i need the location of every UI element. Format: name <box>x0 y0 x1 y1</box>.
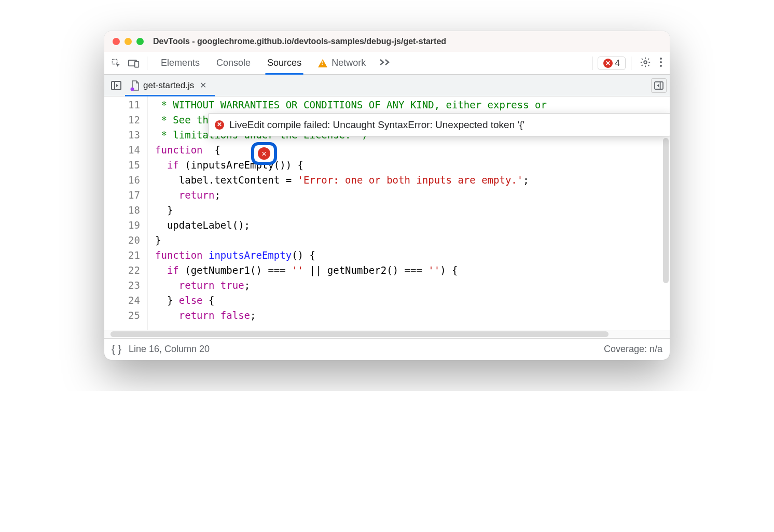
svg-point-3 <box>644 61 647 64</box>
coverage-status: Coverage: n/a <box>604 344 662 355</box>
file-tab-bar: get-started.js ✕ <box>104 75 670 96</box>
file-tab-name: get-started.js <box>143 80 194 91</box>
traffic-lights <box>113 38 144 45</box>
error-icon: ✕ <box>603 59 613 68</box>
horizontal-scrollbar-track[interactable] <box>104 330 670 338</box>
tooltip-message: LiveEdit compile failed: Uncaught Syntax… <box>229 117 524 132</box>
error-tooltip: ✕ LiveEdit compile failed: Uncaught Synt… <box>208 113 670 136</box>
svg-point-4 <box>660 58 662 60</box>
error-icon: ✕ <box>258 147 270 160</box>
error-marker-highlight: ✕ <box>251 142 277 165</box>
cursor-position: Line 16, Column 20 <box>129 344 210 355</box>
code-editor[interactable]: 111213141516171819202122232425 * WITHOUT… <box>104 96 670 330</box>
main-toolbar: Elements Console Sources Network ✕ 4 <box>104 52 670 75</box>
tab-console[interactable]: Console <box>208 52 259 74</box>
status-bar: { } Line 16, Column 20 Coverage: n/a <box>104 338 670 360</box>
warning-icon <box>318 59 327 67</box>
error-count-badge[interactable]: ✕ 4 <box>598 57 626 70</box>
show-navigator-button[interactable] <box>107 75 125 96</box>
minimize-window-button[interactable] <box>125 38 132 45</box>
file-tab-get-started-js[interactable]: get-started.js ✕ <box>125 75 215 96</box>
error-count: 4 <box>615 58 620 68</box>
svg-point-6 <box>660 65 662 67</box>
vertical-scrollbar[interactable] <box>663 138 669 283</box>
tab-sources[interactable]: Sources <box>259 52 310 74</box>
svg-point-5 <box>660 61 662 63</box>
close-tab-button[interactable]: ✕ <box>198 80 209 90</box>
show-debugger-button[interactable] <box>651 78 667 93</box>
pretty-print-button[interactable]: { } <box>112 343 121 355</box>
line-gutter: 111213141516171819202122232425 <box>104 96 148 330</box>
error-icon: ✕ <box>215 120 224 130</box>
more-tabs-button[interactable] <box>376 57 394 69</box>
js-file-icon <box>131 80 140 91</box>
svg-rect-2 <box>135 61 139 67</box>
svg-point-9 <box>131 87 134 91</box>
horizontal-scrollbar-thumb[interactable] <box>110 331 609 337</box>
maximize-window-button[interactable] <box>136 38 144 45</box>
titlebar: DevTools - googlechrome.github.io/devtoo… <box>104 31 670 52</box>
more-options-button[interactable] <box>656 57 666 69</box>
window-title: DevTools - googlechrome.github.io/devtoo… <box>153 37 446 46</box>
settings-button[interactable] <box>637 57 654 70</box>
close-window-button[interactable] <box>113 38 120 45</box>
devtools-window: DevTools - googlechrome.github.io/devtoo… <box>104 31 670 360</box>
device-toolbar-icon[interactable] <box>126 55 142 71</box>
tab-elements[interactable]: Elements <box>153 52 208 74</box>
panel-tabs: Elements Console Sources Network <box>153 52 374 74</box>
tab-network[interactable]: Network <box>310 52 374 74</box>
inspect-element-icon[interactable] <box>108 55 124 71</box>
